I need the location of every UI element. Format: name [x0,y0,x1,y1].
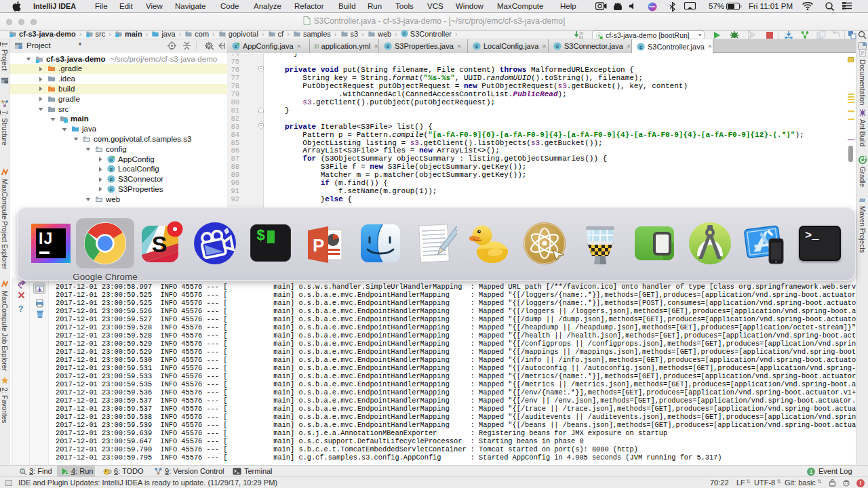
svg-text:c: c [110,176,113,182]
svg-text:S: S [152,231,167,257]
svg-text:c: c [110,166,113,172]
svg-text:c: c [110,186,113,192]
svg-text:m: m [859,195,865,203]
svg-text:P: P [313,235,324,256]
svg-text:c: c [403,31,406,36]
svg-text:c: c [475,43,478,49]
svg-text:c: c [387,43,389,49]
svg-text:c: c [235,43,237,49]
svg-text:c: c [639,43,642,49]
svg-text:c: c [556,43,559,49]
svg-text:c: c [110,157,113,163]
